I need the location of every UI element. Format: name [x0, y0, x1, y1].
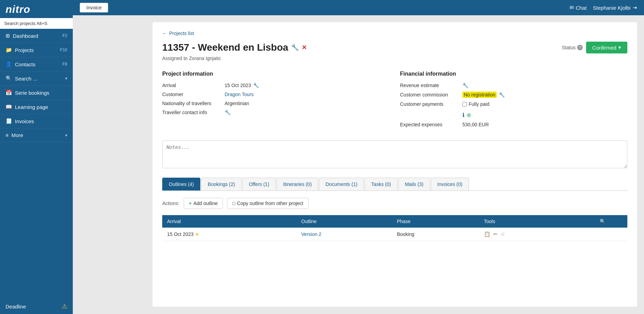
expenses-label: Expected expenses	[400, 122, 462, 127]
col-phase: Phase	[392, 215, 479, 228]
sidebar-item-search[interactable]: 🔍 Search ... ▾	[0, 71, 73, 86]
revenue-edit-icon[interactable]: 🔧	[462, 83, 468, 88]
tab-mails[interactable]: Mails (3)	[398, 178, 430, 190]
search-bar[interactable]: Search projects Alt+S	[0, 18, 73, 29]
sidebar-item-contacts[interactable]: 👤 Contacts F8	[0, 57, 73, 71]
actions-row: Actions: + Add outline □ Copy outline fr…	[162, 198, 627, 209]
content-card: ← Projects list 11357 - Weekend en Lisbo…	[153, 22, 637, 307]
row-outline: Version 2	[296, 228, 392, 241]
learning-icon: 📖	[6, 104, 12, 110]
tool-copy-icon[interactable]: 📋	[484, 231, 490, 237]
col-tools: Tools	[479, 215, 577, 228]
sidebar-item-dashboard[interactable]: ⊞ Dashboard F2	[0, 29, 73, 43]
traveller-contact-row: Traveller contact info 🔧	[162, 110, 390, 115]
logo: nitro	[0, 0, 73, 18]
tools-cell: 📋 ✏ ☆	[484, 231, 573, 237]
copy-icon: □	[232, 201, 235, 206]
payment-add-icon[interactable]: ⊕	[467, 112, 471, 118]
nationality-row: Nationality of travellers Argentinian	[162, 101, 390, 106]
tool-star-icon[interactable]: ☆	[501, 231, 505, 237]
tabs: Outlines (4) Bookings (2) Offers (1) Iti…	[162, 178, 627, 191]
financial-info-section: Financial information Revenue estimate 🔧…	[400, 71, 627, 131]
chat-link[interactable]: ✉ Chat	[569, 5, 587, 11]
breadcrumb-arrow: ←	[162, 31, 167, 36]
tab-itineraries[interactable]: Itineraries (0)	[277, 178, 318, 190]
commission-row: Customer commission No registration 🔧	[400, 92, 627, 98]
sidebar-item-label: Projects	[15, 47, 34, 53]
invoice-button[interactable]: Invoice	[80, 3, 108, 12]
search-arrow-icon: ▾	[65, 76, 67, 81]
revenue-row: Revenue estimate 🔧	[400, 83, 627, 88]
sidebar-item-learning-page[interactable]: 📖 Learning page	[0, 100, 73, 114]
commission-edit-icon[interactable]: 🔧	[499, 92, 505, 97]
contacts-icon: 👤	[6, 61, 12, 67]
status-label: Status ?	[562, 45, 583, 50]
notes-textarea[interactable]	[162, 141, 627, 168]
tab-invoices[interactable]: Invoices (0)	[431, 178, 469, 190]
outline-link[interactable]: Version 2	[301, 231, 321, 237]
dashboard-key: F2	[62, 33, 67, 38]
sidebar-item-more[interactable]: ≡ More ▾	[0, 128, 73, 142]
project-edit-icon[interactable]: 🔧	[291, 44, 299, 51]
payments-row: Customer payments Fully paid	[400, 101, 627, 107]
project-header: 11357 - Weekend en Lisboa 🔧 ✕ Status ? C…	[162, 42, 627, 53]
invoices-icon: 🧾	[6, 118, 12, 124]
sidebar-item-label: Learning page	[15, 104, 48, 110]
arrival-value: 15 Oct 2023 🔧	[225, 83, 259, 88]
status-value: Confirmed	[592, 45, 616, 51]
commission-highlight: No registration	[462, 92, 497, 98]
fully-paid-label: Fully paid	[469, 101, 489, 107]
plus-icon: +	[189, 201, 192, 206]
sidebar-item-projects[interactable]: 📁 Projects F10	[0, 43, 73, 57]
user-area[interactable]: Stephanie Kjolbi ⇥	[593, 5, 637, 11]
project-info-title: Project information	[162, 71, 390, 77]
project-info-section: Project information Arrival 15 Oct 2023 …	[162, 71, 390, 131]
arrival-edit-icon[interactable]: 🔧	[253, 83, 259, 88]
customer-link[interactable]: Dragon Tours	[225, 92, 254, 97]
revenue-label: Revenue estimate	[400, 83, 462, 88]
payments-icons-row: ℹ ⊕	[400, 110, 627, 118]
col-search[interactable]: 🔍	[577, 215, 627, 228]
project-title-area: 11357 - Weekend en Lisboa 🔧 ✕	[162, 42, 307, 53]
nationality-value: Argentinian	[225, 101, 249, 106]
breadcrumb[interactable]: ← Projects list	[162, 31, 627, 36]
status-confirmed-button[interactable]: Confirmed ▾	[586, 42, 627, 53]
contacts-key: F8	[62, 62, 67, 67]
payment-info-icon[interactable]: ℹ	[462, 112, 464, 118]
breadcrumb-label: Projects list	[169, 31, 194, 36]
tab-bookings[interactable]: Bookings (2)	[201, 178, 242, 190]
deadline-warning-icon: ⚠	[62, 303, 67, 310]
tool-edit-icon[interactable]: ✏	[493, 231, 498, 237]
sidebar-item-label: Dashboard	[13, 33, 38, 39]
tab-tasks[interactable]: Tasks (0)	[365, 178, 398, 190]
add-outline-button[interactable]: + Add outline	[184, 198, 223, 209]
search-icon: 🔍	[6, 75, 12, 82]
status-help-icon[interactable]: ?	[577, 45, 583, 50]
actions-label: Actions:	[162, 201, 180, 206]
fully-paid-checkbox[interactable]	[462, 102, 467, 107]
row-star-icon[interactable]: ★	[195, 231, 199, 237]
sidebar-item-label: Contacts	[15, 61, 35, 67]
traveller-edit-icon[interactable]: 🔧	[225, 110, 230, 115]
copy-outline-button[interactable]: □ Copy outline from other project	[227, 198, 308, 209]
tab-outlines[interactable]: Outlines (4)	[162, 178, 200, 190]
sidebar-item-label: Search ...	[15, 76, 37, 82]
deadline-section[interactable]: Deadline ⚠	[0, 299, 73, 314]
tab-documents[interactable]: Documents (1)	[319, 178, 364, 190]
arrival-row: Arrival 15 Oct 2023 🔧	[162, 83, 390, 88]
project-close-icon[interactable]: ✕	[302, 44, 307, 51]
chat-label: Chat	[576, 5, 587, 11]
traveller-contact-value: 🔧	[225, 110, 230, 115]
sidebar-item-invoices[interactable]: 🧾 Invoices	[0, 114, 73, 128]
customer-label: Customer	[162, 92, 225, 97]
row-arrival: 15 Oct 2023 ★	[162, 228, 296, 241]
sidebar: nitro Search projects Alt+S ⊞ Dashboard …	[0, 0, 73, 314]
payments-value: Fully paid	[462, 101, 489, 107]
sidebar-item-serie-bookings[interactable]: 📅 Serie bookings	[0, 86, 73, 100]
project-title: 11357 - Weekend en Lisboa	[162, 42, 288, 53]
row-arrival-date: 15 Oct 2023	[167, 231, 193, 237]
tab-offers[interactable]: Offers (1)	[242, 178, 276, 190]
commission-label: Customer commission	[400, 92, 462, 97]
info-grid: Project information Arrival 15 Oct 2023 …	[162, 71, 627, 131]
sidebar-item-label: Serie bookings	[15, 90, 49, 96]
